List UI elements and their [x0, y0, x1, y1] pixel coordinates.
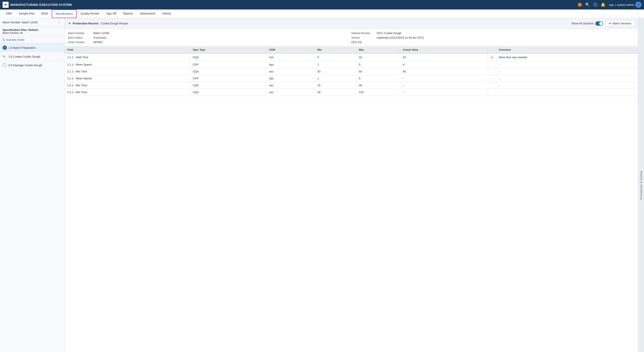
sidebar-item-create-cookie-dough[interactable]: ✎ 2.0 Create Cookie Dough: [0, 52, 64, 61]
spec-plan-label: Specification Plan: Default: [2, 28, 62, 32]
cell-max: 30: [356, 82, 400, 89]
order-number-value: 897667: [94, 41, 103, 44]
show-all-sections-toggle[interactable]: [595, 21, 603, 26]
cell-warning: [488, 75, 496, 82]
prod-record-right: Show All Sections ⇄ Batch Sections: [572, 20, 634, 27]
cell-warning: ⚠: [488, 53, 496, 61]
tab-history[interactable]: History: [159, 10, 174, 18]
col-comment: Comment: [496, 47, 638, 53]
cell-spec-type: CQA: [190, 82, 266, 89]
cell-field: 2.1.1 - Mixer Speed: [64, 61, 190, 68]
col-field: Field: [64, 47, 190, 53]
cell-uom: bps: [266, 61, 315, 68]
cell-actual-value: -: [400, 82, 488, 89]
version-label: Version: [351, 36, 375, 39]
sidebar-item-package-cookie-dough[interactable]: 3.0 Package Cookie Dough: [0, 61, 64, 69]
cell-field: 2.2.1 - Mixer Speed: [64, 75, 190, 82]
cell-min: 30: [315, 89, 356, 96]
prod-record-collapse-arrow[interactable]: ▼: [68, 22, 71, 25]
edit-icon: ✎: [2, 54, 7, 59]
cell-comment: More time was needed: [496, 53, 638, 61]
tab-sign-off[interactable]: Sign Off: [103, 10, 120, 18]
cell-warning: [488, 68, 496, 75]
batch-sections-button[interactable]: ⇄ Batch Sections: [606, 20, 634, 27]
batch-sections-icon: ⇄: [609, 22, 611, 25]
right-sidebar-label: Procedures & Outline: [640, 170, 643, 200]
sidebar-item-batch-preparation[interactable]: ✓ 1.0 Batch Preparation: [0, 43, 64, 52]
bell-icon[interactable]: 🔔: [601, 2, 606, 7]
sidebar-plan-info: Specification Plan: Default Batch Sectio…: [0, 27, 64, 37]
sidebar-collapse-button[interactable]: ⎸: [59, 20, 62, 24]
cell-max: 60: [356, 68, 400, 75]
batch-section-label: Batch Section: All: [2, 32, 62, 35]
tab-reports[interactable]: Reports: [120, 10, 136, 18]
main-layout: Batch Number: Batch 12345 ⎸ Specificatio…: [0, 18, 644, 352]
table-row: 1.1.1 - Wait Time CQA min 5 10 15 ⚠ More…: [64, 53, 638, 61]
tab-bar: EBR Sample Plan BOM Specifications Quali…: [0, 10, 644, 18]
batch-info-grid: Batch Number Batch 12345 Material Number…: [64, 29, 638, 47]
batch-info-order-number: Order Number 897667: [68, 41, 351, 44]
production-record-header: ▼ Production Record: Cookie Dough Recipe…: [64, 18, 638, 29]
notification-dot[interactable]: [578, 3, 582, 7]
tab-attachments[interactable]: Attachments: [136, 10, 159, 18]
specs-table: Field Spec Type UOM Min Max Actual Value…: [64, 47, 638, 96]
cell-min: 15: [315, 82, 356, 89]
occ-kit-value: OCC Kit: [351, 41, 362, 44]
right-sidebar-panel[interactable]: Procedures & Outline: [638, 18, 644, 352]
sort-label: Numeric Order: [6, 38, 24, 41]
circle-icon: [2, 63, 6, 67]
cell-field: 2.3.1 - Mix Time: [64, 89, 190, 96]
tab-quality-review[interactable]: Quality Review: [77, 10, 103, 18]
prod-record-value: Cookie Dough Recipe: [100, 22, 128, 25]
batch-info-occ-kit: OCC Kit: [351, 41, 634, 44]
section-label-1: 1.0 Batch Preparation: [8, 46, 36, 49]
batch-status-label: Batch Status: [68, 36, 92, 39]
tab-sample-plan[interactable]: Sample Plan: [15, 10, 38, 18]
material-number-value: OCC Cookie Dough: [377, 32, 402, 35]
cell-min: 1: [315, 75, 356, 82]
logo-box: M: [2, 2, 8, 8]
sort-icon: ⇅: [2, 38, 5, 41]
cell-field: 1.1.1 - Wait Time: [64, 53, 190, 61]
order-number-label: Order Number: [68, 41, 92, 44]
help-icon[interactable]: ⓘ: [594, 2, 597, 7]
cell-uom: sec: [266, 89, 315, 96]
cell-actual-value: -: [400, 89, 488, 96]
cell-max: 5: [356, 61, 400, 68]
sidebar-batch-number: Batch Number: Batch 12345: [2, 21, 38, 24]
cell-field: 2.2.1 - Mix Time: [64, 82, 190, 89]
cell-min: 1: [315, 61, 356, 68]
col-warning: [488, 47, 496, 53]
cell-actual-value: 15: [400, 53, 488, 61]
search-icon[interactable]: 🔍: [585, 2, 590, 7]
tab-ebr[interactable]: EBR: [2, 10, 15, 18]
tab-specifications[interactable]: Specifications: [52, 10, 77, 18]
batch-info-batch-number: Batch Number Batch 12345: [68, 32, 351, 35]
tab-bom[interactable]: BOM: [38, 10, 51, 18]
cell-actual-value: 60: [400, 68, 488, 75]
more-menu-icon[interactable]: ⋮: [634, 12, 642, 16]
col-spec-type: Spec Type: [190, 47, 266, 53]
section-label-2: 2.0 Create Cookie Dough: [8, 55, 40, 58]
top-bar: M MANUFACTURING EXECUTION SYSTEM 🔍 ⓘ 🔔 e…: [0, 0, 644, 10]
table-row: 2.3.1 - Mix Time CQA sec 30 120 - -: [64, 89, 638, 96]
batch-info-material-number: Material Number OCC Cookie Dough: [351, 32, 634, 35]
app-logo: M MANUFACTURING EXECUTION SYSTEM: [2, 2, 72, 8]
table-row: 2.1.1 - Mixer Speed CPP bps 1 5 4 -: [64, 61, 638, 68]
show-all-sections: Show All Sections: [572, 21, 603, 26]
cell-warning: [488, 89, 496, 96]
col-actual-value: Actual Value: [400, 47, 488, 53]
section-label-3: 3.0 Package Cookie Dough: [8, 64, 42, 67]
col-min: Min: [315, 47, 356, 53]
cell-spec-type: CQA: [190, 68, 266, 75]
content-area: ▼ Production Record: Cookie Dough Recipe…: [64, 18, 638, 352]
batch-number-label: Batch Number: [68, 32, 92, 35]
sidebar-items: ✓ 1.0 Batch Preparation ✎ 2.0 Create Coo…: [0, 43, 64, 352]
cell-field: 2.1.1 - Mix Time: [64, 68, 190, 75]
version-value: unpinned (10/11/2024 11:45 am CDT): [377, 36, 424, 39]
sidebar-sort[interactable]: ⇅ Numeric Order: [0, 37, 64, 43]
user-avatar[interactable]: 👤: [636, 2, 642, 8]
material-number-label: Material Number: [351, 32, 375, 35]
cell-max: 10: [356, 53, 400, 61]
complete-icon: ✓: [2, 46, 7, 50]
